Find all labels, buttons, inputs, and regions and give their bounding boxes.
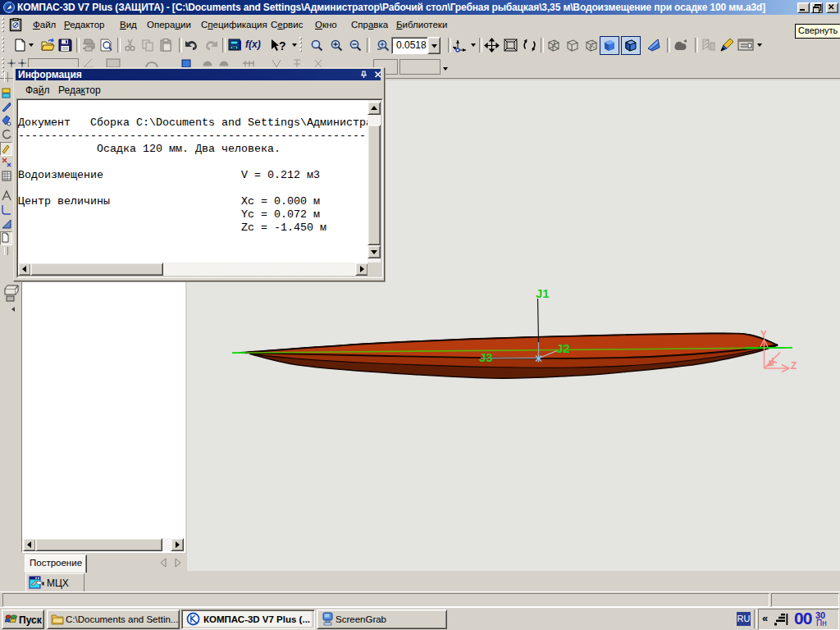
svg-text:J2: J2 — [556, 341, 570, 355]
svg-text:X: X — [767, 355, 779, 368]
svg-text:Z: Z — [791, 360, 797, 372]
svg-text:Y: Y — [760, 329, 767, 340]
svg-text:J3: J3 — [479, 350, 493, 364]
svg-text:J1: J1 — [536, 286, 550, 300]
